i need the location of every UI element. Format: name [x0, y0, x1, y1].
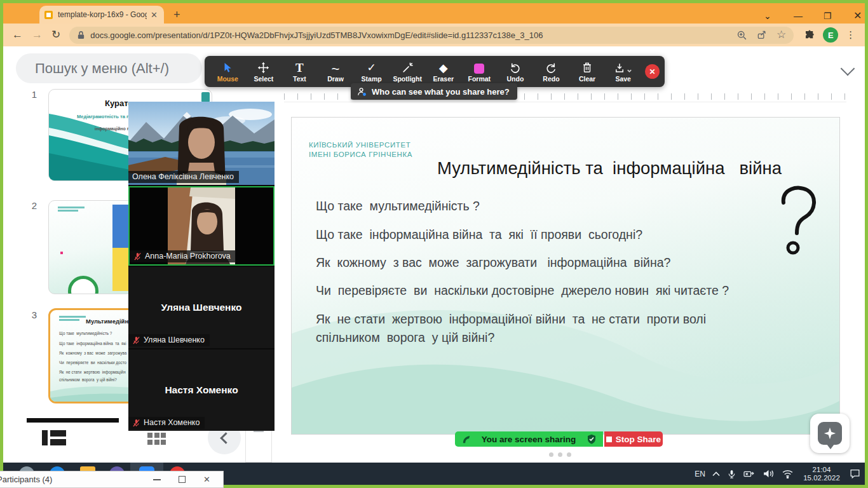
mouse-cursor-icon — [222, 60, 233, 74]
forward-button[interactable]: → — [32, 29, 43, 41]
slide-question: Чи перевіряєте ви наскільки достовірне д… — [316, 283, 729, 298]
share-page-icon[interactable] — [756, 30, 768, 41]
browser-menu-icon[interactable]: ⋮ — [846, 29, 855, 41]
tool-draw[interactable]: ~ Draw — [318, 56, 354, 87]
tool-select[interactable]: Select — [246, 56, 282, 87]
tool-undo[interactable]: Undo — [498, 56, 534, 87]
share-visibility-tooltip: Who can see what you share here? — [351, 83, 517, 100]
sharing-phone-icon — [461, 435, 471, 444]
new-tab-button[interactable]: + — [173, 9, 180, 20]
university-line1: КИЇВСЬКИЙ УНІВЕРСИТЕТ — [309, 140, 412, 150]
menu-search-field[interactable]: Пошук у меню (Alt+/) — [16, 53, 202, 83]
slide-number-3: 3 — [19, 309, 37, 320]
eraser-icon: ◆ — [439, 60, 448, 74]
extensions-puzzle-icon[interactable] — [804, 29, 815, 41]
video-tile-olena[interactable]: Олена Феліксівна Левченко — [128, 102, 275, 185]
explore-sparkle-icon — [818, 422, 842, 445]
scrollbar-track[interactable] — [245, 426, 272, 463]
tool-spotlight[interactable]: Spotlight — [390, 56, 426, 87]
save-download-icon — [614, 60, 632, 74]
shield-check-icon[interactable] — [587, 434, 597, 444]
taskbar-system-tray: EN 21:04 15.02.2022 — [695, 463, 860, 485]
taskbar-clock[interactable]: 21:04 15.02.2022 — [801, 466, 843, 482]
slide-title: Мультимедійність та інформаційна війна — [387, 158, 832, 179]
zoom-page-icon[interactable] — [736, 30, 747, 41]
format-color-icon — [474, 60, 484, 74]
tool-redo[interactable]: Redo — [533, 56, 569, 87]
video-tile-uliana[interactable]: Уляна Шевченко Уляна Шевченко — [128, 267, 275, 348]
tool-eraser[interactable]: ◆ Eraser — [425, 56, 461, 87]
muted-mic-icon — [132, 419, 140, 427]
tool-save[interactable]: Save — [605, 56, 641, 87]
tool-text[interactable]: T Text — [281, 56, 318, 87]
tool-clear[interactable]: Clear — [569, 56, 606, 87]
minimize-icon[interactable] — [153, 479, 161, 480]
slide-thumbnail-4-partial — [27, 418, 119, 423]
filmstrip-view-icon[interactable] — [42, 430, 66, 445]
thumb1-subtitle1: Медіаграмотність та пр — [77, 114, 132, 119]
pagination-dots[interactable] — [549, 452, 571, 457]
lock-icon — [77, 30, 85, 40]
grid-view-icon[interactable] — [147, 433, 167, 445]
chevron-left-icon — [220, 432, 231, 444]
maximize-icon[interactable] — [179, 476, 186, 483]
reload-button[interactable]: ↻ — [51, 29, 60, 41]
wifi-icon[interactable] — [782, 469, 794, 478]
slide-question: Що таке мультимедійність ? — [316, 199, 480, 214]
tool-mouse[interactable]: Mouse — [210, 56, 246, 87]
undo-icon — [510, 60, 521, 74]
share-frame-right — [865, 0, 868, 488]
thumb3-line: Як не стати жертвою інформаційн — [59, 370, 126, 374]
url-text: docs.google.com/presentation/d/1PZ0t-HQW… — [90, 30, 728, 40]
share-frame-left — [0, 0, 3, 488]
screen-sharing-banner: You are screen sharing — [455, 431, 603, 447]
tab-close-icon[interactable]: ✕ — [151, 11, 158, 19]
language-indicator[interactable]: EN — [695, 470, 705, 478]
tray-expand-chevron-icon[interactable] — [712, 471, 720, 477]
wand-icon — [402, 60, 414, 74]
participants-window-titlebar[interactable]: Participants (4) ✕ — [0, 471, 224, 488]
usb-eject-icon[interactable] — [743, 469, 756, 478]
thumb3-line: Що таке мультимедійність ? — [59, 331, 112, 336]
window-restore-button[interactable]: ❐ — [824, 11, 832, 20]
pink-bullet — [60, 252, 63, 254]
thumb3-line: Чи перевіряєте ви наскільки досто — [59, 360, 126, 365]
participant-name-label: Anna-Mariia Prokhorova — [130, 250, 236, 262]
profile-avatar[interactable]: E — [823, 27, 838, 43]
address-bar[interactable]: docs.google.com/presentation/d/1PZ0t-HQW… — [69, 27, 794, 44]
speaker-icon[interactable] — [763, 469, 775, 478]
muted-mic-icon — [132, 336, 140, 344]
video-tile-nastia[interactable]: Настя Хоменко Настя Хоменко — [128, 349, 275, 431]
explore-button[interactable] — [810, 414, 850, 453]
slide-canvas[interactable]: КИЇВСЬКИЙ УНІВЕРСИТЕТ ІМЕНІ БОРИСА ГРІНЧ… — [291, 117, 840, 435]
save-options-chevron-icon — [627, 68, 632, 74]
thumb3-line: Як кожному з вас може загрожува — [59, 351, 126, 355]
slide-question: Як кожному з вас може загрожувати інформ… — [316, 255, 670, 270]
bookmark-star-icon[interactable]: ☆ — [776, 29, 786, 41]
sharing-banner-text: You are screen sharing — [471, 435, 587, 444]
close-icon[interactable]: ✕ — [203, 475, 210, 484]
window-minimize-button[interactable]: — — [794, 11, 803, 20]
slide-question: Як не стати жертвою інформаційної війни … — [316, 312, 706, 327]
tab-title: template-korp-16x9 - Google Пр — [58, 10, 147, 19]
trash-icon — [581, 60, 593, 74]
tool-format[interactable]: Format — [461, 56, 498, 87]
tool-stamp[interactable]: ✓ Stamp — [353, 56, 390, 87]
action-center-icon[interactable] — [850, 469, 860, 478]
back-button[interactable]: ← — [12, 29, 23, 41]
thumb3-line: Що таке інформаційна війна та які — [59, 341, 126, 346]
microphone-icon[interactable] — [727, 469, 736, 479]
window-close-button[interactable]: ✕ — [853, 11, 862, 20]
stop-square-icon — [606, 437, 612, 442]
taskbar-date: 15.02.2022 — [801, 474, 843, 482]
muted-mic-icon — [133, 252, 142, 261]
close-annotation-toolbar-button[interactable]: ✕ — [645, 64, 660, 79]
participant-name-label: Олена Феліксівна Левченко — [128, 171, 239, 183]
browser-tab[interactable]: template-korp-16x9 - Google Пр ✕ — [39, 6, 164, 24]
stop-share-button[interactable]: Stop Share — [604, 431, 663, 447]
university-header: КИЇВСЬКИЙ УНІВЕРСИТЕТ ІМЕНІ БОРИСА ГРІНЧ… — [309, 140, 412, 159]
google-slides-favicon — [44, 11, 53, 19]
video-tile-anna-active-speaker[interactable]: Anna-Mariia Prokhorova — [128, 186, 275, 266]
checkmark-icon: ✓ — [367, 60, 376, 74]
tab-search-chevron-icon[interactable]: ⌄ — [764, 11, 771, 20]
